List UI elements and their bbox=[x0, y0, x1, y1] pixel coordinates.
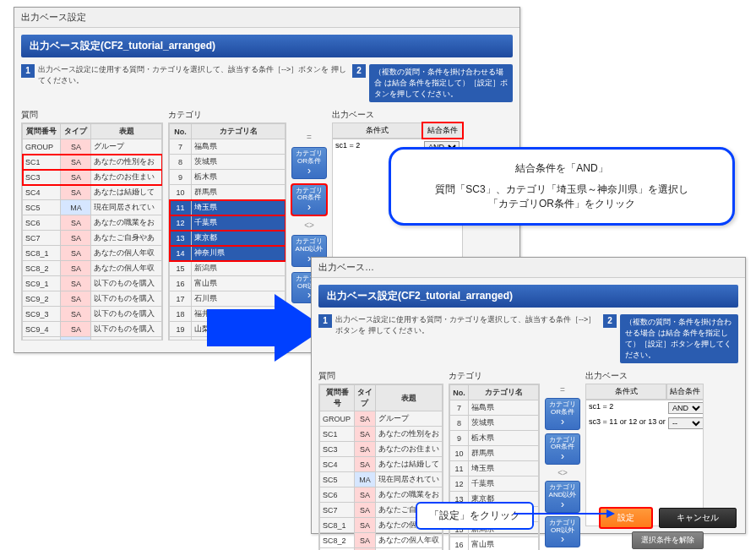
table-row[interactable]: 13東京都 bbox=[170, 231, 286, 246]
table-row[interactable]: GROUPSAグループ bbox=[320, 411, 443, 427]
table-row[interactable]: 14神奈川県 bbox=[170, 246, 286, 261]
cancel-button[interactable]: キャンセル bbox=[659, 508, 737, 528]
table-row[interactable]: 9栃木県 bbox=[450, 431, 539, 446]
output-base-label: 出力ベース bbox=[585, 370, 704, 382]
category-or-button[interactable]: カテゴリ OR条件› bbox=[545, 433, 580, 466]
table-row[interactable]: SC7SAあなたご自身やあ bbox=[23, 231, 162, 246]
table-row[interactable]: SC9_3SA以下のものを購入 bbox=[23, 307, 162, 322]
table-row[interactable]: SC8_2SAあなたの個人年収 bbox=[23, 261, 162, 276]
table-row[interactable]: GROUPSAグループ bbox=[23, 139, 162, 155]
clear-conditions-button[interactable]: 選択条件を解除 bbox=[632, 531, 704, 549]
col-join-condition: 結合条件 bbox=[422, 123, 463, 139]
question-label: 質問 bbox=[318, 370, 443, 382]
table-row[interactable]: 10群馬県 bbox=[170, 185, 286, 200]
svg-marker-2 bbox=[606, 509, 615, 518]
table-row[interactable]: 12千葉県 bbox=[450, 476, 539, 492]
table-row[interactable]: 8茨城県 bbox=[450, 416, 539, 431]
table-row[interactable]: 15新潟県 bbox=[170, 261, 286, 276]
dialog-header-2: 出力ベース設定(CF2_tutorial_arranged) bbox=[318, 285, 738, 308]
table-row[interactable]: 7福島県 bbox=[170, 139, 286, 155]
annotation-callout-1: 結合条件を「AND」 質問「SC3」、カテゴリ「埼玉県～神奈川県」を選択し 「カ… bbox=[389, 147, 735, 226]
table-row[interactable]: 11埼玉県 bbox=[170, 200, 286, 215]
table-row[interactable]: SC5MA現在同居されてい bbox=[320, 472, 443, 487]
category-label: カテゴリ bbox=[449, 370, 540, 382]
instruction-2b: （複数の質問・条件を掛け合わせる場合 は結合 条件を指定して）［設定］ボタンを押… bbox=[620, 314, 738, 363]
question-table[interactable]: 質問番号タイプ表題 GROUPSAグループSC1SAあなたの性別をおSC3SAあ… bbox=[22, 123, 162, 340]
table-row[interactable]: 11埼玉県 bbox=[450, 461, 539, 476]
table-row[interactable]: 16富山県 bbox=[170, 276, 286, 291]
table-row[interactable]: SC9_1SA以下のものを購入 bbox=[23, 276, 162, 291]
callout-arrow-icon bbox=[514, 507, 615, 524]
window-title: 出力ベース設定 bbox=[14, 8, 519, 28]
instruction-1b: 出力ベース設定に使用する質問・カテゴリを選択して、該当する条件［-->］ボタンを… bbox=[335, 314, 598, 363]
table-row[interactable]: SC5MA現在同居されてい bbox=[23, 200, 162, 215]
join-select[interactable]: -- bbox=[668, 417, 703, 429]
equals-icon: = bbox=[545, 385, 580, 395]
category-or-button-1[interactable]: カテゴリ OR条件› bbox=[291, 147, 327, 179]
equals-icon: = bbox=[291, 133, 327, 142]
table-row[interactable]: SC3SAあなたのお住まい bbox=[320, 442, 443, 457]
join-select[interactable]: AND bbox=[668, 402, 703, 414]
window-title-2: 出力ベース… bbox=[312, 258, 745, 278]
col-condition: 条件式 bbox=[332, 123, 422, 139]
table-row[interactable]: SC4SAあなたは結婚して bbox=[320, 457, 443, 472]
table-row[interactable]: 9栃木県 bbox=[170, 170, 286, 185]
table-row[interactable]: 8茨城県 bbox=[170, 155, 286, 170]
step-2-badge: 2 bbox=[352, 64, 366, 78]
table-row[interactable]: 7福島県 bbox=[450, 400, 539, 416]
table-row[interactable]: SC6SAあなたの職業をお bbox=[23, 215, 162, 231]
chevron-right-icon: › bbox=[294, 202, 324, 212]
table-row[interactable]: SC1SAあなたの性別をお bbox=[320, 427, 443, 442]
table-row[interactable]: 16富山県 bbox=[450, 537, 539, 551]
table-row[interactable]: SC3SAあなたのお住まい bbox=[23, 170, 162, 185]
category-or-button-2[interactable]: カテゴリ OR条件› bbox=[291, 184, 327, 216]
table-row[interactable]: SC1SAあなたの性別をお bbox=[23, 155, 162, 170]
dialog-header: 出力ベース設定(CF2_tutorial_arranged) bbox=[21, 35, 513, 57]
table-row[interactable]: SC8_1SAあなたの個人年収 bbox=[23, 246, 162, 261]
table-row[interactable]: 10群馬県 bbox=[450, 446, 539, 461]
table-row[interactable]: SC8_2SAあなたの個人年収 bbox=[320, 533, 443, 548]
not-equals-icon: <> bbox=[291, 221, 327, 230]
step-1-badge: 1 bbox=[318, 314, 332, 328]
step-1-badge: 1 bbox=[21, 64, 35, 78]
big-arrow-icon bbox=[207, 294, 325, 362]
category-or-button[interactable]: カテゴリ OR条件› bbox=[545, 398, 580, 430]
instruction-1: 出力ベース設定に使用する質問・カテゴリを選択して、該当する条件［-->］ボタンを… bbox=[38, 64, 347, 102]
dialog-output-base-2: 出力ベース… 出力ベース設定(CF2_tutorial_arranged) 1出… bbox=[311, 257, 746, 534]
output-base-label: 出力ベース bbox=[332, 109, 463, 121]
table-row[interactable]: SC9_4SA以下のものを購入 bbox=[23, 322, 162, 337]
step-2-badge: 2 bbox=[603, 314, 617, 328]
instruction-2: （複数の質問・条件を掛け合わせる場合 は結合 条件を指定して）［設定］ボタンを押… bbox=[369, 64, 513, 102]
svg-marker-0 bbox=[207, 294, 325, 362]
table-row[interactable]: SC9_2SA以下のものを購入 bbox=[23, 291, 162, 307]
category-label: カテゴリ bbox=[168, 109, 286, 121]
table-row[interactable]: 12千葉県 bbox=[170, 215, 286, 231]
table-row[interactable]: SC6SAあなたの職業をお bbox=[320, 487, 443, 503]
question-label: 質問 bbox=[21, 109, 163, 121]
not-equals-icon: <> bbox=[545, 468, 580, 477]
table-row[interactable]: Q1MA下記におけるブラ bbox=[23, 337, 162, 341]
table-row[interactable]: SC4SAあなたは結婚して bbox=[23, 185, 162, 200]
chevron-right-icon: › bbox=[294, 166, 324, 176]
